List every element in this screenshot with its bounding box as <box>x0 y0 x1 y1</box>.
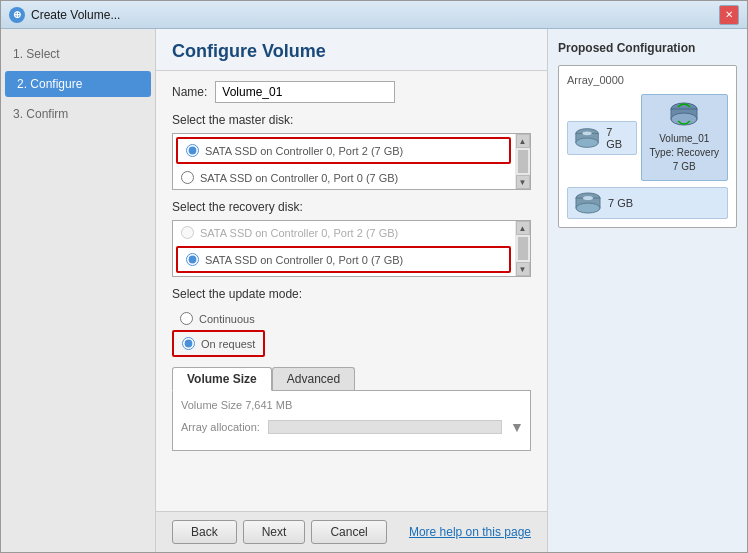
page-title: Configure Volume <box>156 29 547 71</box>
array-allocation-row: Array allocation: ▼ <box>181 417 522 437</box>
volume-card: Volume_01 Type: Recovery 7 GB <box>641 94 728 181</box>
name-label: Name: <box>172 85 207 99</box>
scroll-down-arrow[interactable]: ▼ <box>516 175 530 189</box>
recovery-disk-inner: SATA SSD on Controller 0, Port 2 (7 GB) … <box>172 220 531 277</box>
master-disk-label: Select the master disk: <box>156 113 547 127</box>
back-button[interactable]: Back <box>172 520 237 544</box>
svg-point-2 <box>576 138 598 147</box>
update-mode-on-request[interactable]: On request <box>174 332 263 355</box>
disk-items: 7 GB <box>567 94 728 219</box>
titlebar-left: ⊕ Create Volume... <box>9 7 120 23</box>
master-disk-inner: SATA SSD on Controller 0, Port 2 (7 GB) … <box>172 133 531 190</box>
update-mode-highlight: On request <box>172 330 265 357</box>
cancel-button[interactable]: Cancel <box>311 520 386 544</box>
tabs-section: Volume Size Advanced Volume Size 7,641 M… <box>156 367 547 451</box>
tabs-row: Volume Size Advanced <box>172 367 531 391</box>
proposed-title: Proposed Configuration <box>558 41 737 55</box>
bottom-bar: Back Next Cancel More help on this page <box>156 511 547 552</box>
recovery-disk-option-2[interactable]: SATA SSD on Controller 0, Port 0 (7 GB) <box>178 248 509 271</box>
close-button[interactable]: ✕ <box>719 5 739 25</box>
sidebar-item-configure[interactable]: 2. Configure <box>5 71 151 97</box>
disk1-item: 7 GB <box>567 121 637 155</box>
volume-icon <box>668 101 700 129</box>
help-link[interactable]: More help on this page <box>409 525 531 539</box>
sidebar: 1. Select 2. Configure 3. Confirm <box>1 29 156 552</box>
disk1-row: 7 GB <box>567 94 728 181</box>
window: ⊕ Create Volume... ✕ 1. Select 2. Config… <box>0 0 748 553</box>
name-input[interactable] <box>215 81 395 103</box>
scroll-thumb <box>518 150 528 173</box>
tab-advanced[interactable]: Advanced <box>272 367 355 390</box>
disk1-label: 7 GB <box>606 126 629 150</box>
next-button[interactable]: Next <box>243 520 306 544</box>
window-title: Create Volume... <box>31 8 120 22</box>
tab-volume-size[interactable]: Volume Size <box>172 367 272 391</box>
svg-point-3 <box>582 131 591 135</box>
svg-point-10 <box>583 196 593 200</box>
array-box: Array_0000 7 GB <box>558 65 737 228</box>
scroll-thumb-2 <box>518 237 528 260</box>
update-mode-continuous[interactable]: Continuous <box>172 307 531 330</box>
volume-size-row: Volume Size 7,641 MB <box>181 399 522 411</box>
recovery-disk-list: SATA SSD on Controller 0, Port 2 (7 GB) … <box>172 220 531 277</box>
scrollable-form[interactable]: Name: Select the master disk: SATA SSD o… <box>156 71 547 511</box>
scroll-down-arrow-2[interactable]: ▼ <box>516 262 530 276</box>
recovery-disk-scrollbar[interactable]: ▲ ▼ <box>515 220 531 277</box>
recovery-disk-highlight: SATA SSD on Controller 0, Port 0 (7 GB) <box>176 246 511 273</box>
volume-info: Volume_01 Type: Recovery 7 GB <box>650 132 719 174</box>
array-name: Array_0000 <box>567 74 728 86</box>
disk2-item: 7 GB <box>567 187 728 219</box>
center-panel: Configure Volume Name: Select the master… <box>156 29 547 552</box>
tab-content: Volume Size 7,641 MB Array allocation: ▼ <box>172 391 531 451</box>
recovery-disk-label: Select the recovery disk: <box>156 200 547 214</box>
right-panel: Proposed Configuration Array_0000 <box>547 29 747 552</box>
master-disk-scrollbar[interactable]: ▲ ▼ <box>515 133 531 190</box>
allocation-bar <box>268 420 502 434</box>
svg-point-9 <box>576 203 600 213</box>
scroll-up-arrow[interactable]: ▲ <box>516 134 530 148</box>
titlebar-controls: ✕ <box>719 5 739 25</box>
master-disk-highlight: SATA SSD on Controller 0, Port 2 (7 GB) <box>176 137 511 164</box>
window-icon: ⊕ <box>9 7 25 23</box>
recovery-disk-option-1[interactable]: SATA SSD on Controller 0, Port 2 (7 GB) <box>173 221 514 244</box>
sidebar-item-select[interactable]: 1. Select <box>1 41 155 67</box>
master-disk-list: SATA SSD on Controller 0, Port 2 (7 GB) … <box>172 133 531 190</box>
disk1-icon <box>574 127 600 149</box>
bottom-buttons: Back Next Cancel <box>172 520 387 544</box>
titlebar: ⊕ Create Volume... ✕ <box>1 1 747 29</box>
allocation-arrow: ▼ <box>510 417 522 437</box>
sidebar-item-confirm[interactable]: 3. Confirm <box>1 101 155 127</box>
disk2-label: 7 GB <box>608 197 633 209</box>
master-disk-option-2[interactable]: SATA SSD on Controller 0, Port 0 (7 GB) <box>173 166 514 189</box>
master-disk-option-1[interactable]: SATA SSD on Controller 0, Port 2 (7 GB) <box>178 139 509 162</box>
disk2-icon <box>574 192 602 214</box>
update-mode-options: Continuous On request <box>156 307 547 367</box>
scroll-up-arrow-2[interactable]: ▲ <box>516 221 530 235</box>
update-mode-label: Select the update mode: <box>156 287 547 301</box>
svg-point-6 <box>671 113 697 125</box>
main-content: 1. Select 2. Configure 3. Confirm Config… <box>1 29 747 552</box>
name-row: Name: <box>156 81 547 103</box>
